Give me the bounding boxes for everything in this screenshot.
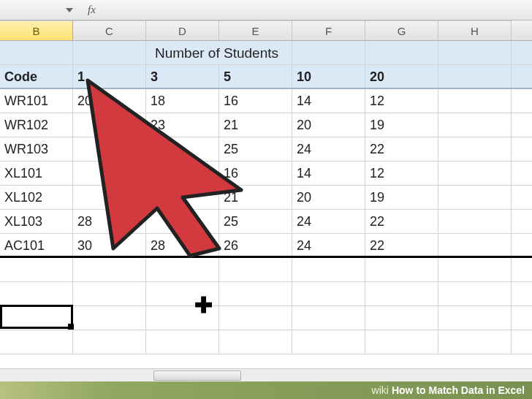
fx-label[interactable]: fx — [88, 4, 96, 16]
col-header-h[interactable]: H — [438, 20, 512, 40]
cell[interactable] — [365, 282, 438, 305]
cell[interactable]: 20 — [292, 186, 365, 209]
cell[interactable] — [0, 306, 73, 330]
cell[interactable] — [0, 258, 73, 281]
cell-code[interactable]: XL101 — [0, 162, 73, 185]
cell[interactable] — [365, 330, 438, 354]
cell[interactable] — [146, 210, 219, 233]
name-box-dropdown[interactable] — [66, 8, 73, 12]
cell[interactable]: 22 — [365, 210, 438, 233]
header-20[interactable]: 20 — [365, 65, 438, 88]
cell[interactable] — [292, 41, 365, 64]
scroll-thumb[interactable] — [153, 370, 241, 381]
cell[interactable]: 22 — [365, 234, 438, 256]
cell[interactable] — [438, 65, 512, 88]
header-code[interactable]: Code — [0, 65, 73, 88]
cell[interactable] — [146, 330, 219, 354]
cell[interactable]: 26 — [219, 234, 292, 256]
cell-code[interactable]: WR102 — [0, 113, 73, 137]
cell[interactable] — [219, 306, 292, 330]
cell[interactable]: 20 — [73, 89, 146, 113]
cell[interactable]: 19 — [365, 113, 438, 137]
col-header-g[interactable]: G — [365, 20, 438, 40]
cell[interactable] — [219, 330, 292, 354]
cell[interactable] — [438, 306, 512, 330]
cell[interactable] — [73, 162, 146, 185]
cell-code[interactable]: AC101 — [0, 234, 73, 256]
cell[interactable] — [438, 186, 512, 209]
header-5[interactable]: 5 — [219, 65, 292, 88]
cell[interactable] — [73, 330, 146, 354]
cell-code[interactable]: WR103 — [0, 137, 73, 161]
cell[interactable] — [73, 282, 146, 305]
cell[interactable]: 22 — [365, 137, 438, 161]
cell[interactable] — [73, 41, 146, 64]
cell[interactable] — [219, 282, 292, 305]
header-1[interactable]: 1 — [73, 65, 146, 88]
cell[interactable] — [438, 330, 512, 354]
cell[interactable] — [73, 113, 146, 137]
cell[interactable]: 23 — [146, 113, 219, 137]
cell[interactable]: 16 — [219, 162, 292, 185]
cell[interactable]: 19 — [365, 186, 438, 209]
cell[interactable] — [146, 186, 219, 209]
cell-code[interactable]: XL102 — [0, 186, 73, 209]
cell[interactable] — [73, 258, 146, 281]
cell-code[interactable]: XL103 — [0, 210, 73, 233]
cell[interactable] — [365, 41, 438, 64]
cell[interactable]: 21 — [219, 186, 292, 209]
cell[interactable]: 12 — [365, 89, 438, 113]
horizontal-scrollbar[interactable] — [0, 368, 532, 381]
cell[interactable] — [438, 210, 512, 233]
cell[interactable] — [0, 41, 73, 64]
cell[interactable]: 20 — [292, 113, 365, 137]
cell[interactable]: 21 — [219, 113, 292, 137]
cell[interactable] — [73, 137, 146, 161]
cell[interactable]: 24 — [292, 210, 365, 233]
cell[interactable]: 30 — [73, 234, 146, 256]
cell[interactable] — [146, 258, 219, 281]
cell[interactable] — [146, 282, 219, 305]
cell[interactable] — [438, 113, 512, 137]
cell[interactable] — [438, 41, 512, 64]
cell[interactable] — [0, 330, 73, 354]
col-header-f[interactable]: F — [292, 20, 365, 40]
cell-code[interactable]: WR101 — [0, 89, 73, 113]
cell[interactable] — [146, 306, 219, 330]
cell[interactable]: 18 — [146, 89, 219, 113]
cell[interactable] — [0, 282, 73, 305]
header-3[interactable]: 3 — [146, 65, 219, 88]
cell[interactable] — [73, 186, 146, 209]
cell[interactable] — [438, 89, 512, 113]
cell[interactable] — [146, 137, 219, 161]
cell[interactable] — [438, 258, 512, 281]
table-title[interactable]: Number of Students — [146, 41, 292, 64]
cell[interactable] — [365, 306, 438, 330]
cell[interactable]: 14 — [292, 89, 365, 113]
cell[interactable] — [438, 234, 512, 256]
col-header-d[interactable]: D — [146, 20, 219, 40]
cell[interactable]: 24 — [292, 234, 365, 256]
cell[interactable] — [292, 258, 365, 281]
col-header-b[interactable]: B — [0, 20, 73, 40]
cell[interactable]: 25 — [219, 137, 292, 161]
cell[interactable]: 12 — [365, 162, 438, 185]
cell[interactable]: 24 — [292, 137, 365, 161]
cell[interactable] — [438, 282, 512, 305]
cell[interactable] — [292, 282, 365, 305]
cell[interactable]: 25 — [219, 210, 292, 233]
cell[interactable]: 14 — [292, 162, 365, 185]
cell[interactable]: 28 — [73, 210, 146, 233]
cell[interactable] — [438, 137, 512, 161]
col-header-c[interactable]: C — [73, 20, 146, 40]
header-10[interactable]: 10 — [292, 65, 365, 88]
cell[interactable] — [146, 162, 219, 185]
col-header-e[interactable]: E — [219, 20, 292, 40]
cell[interactable] — [73, 306, 146, 330]
cell[interactable] — [292, 330, 365, 354]
cell[interactable]: 28 — [146, 234, 219, 256]
cell[interactable] — [292, 306, 365, 330]
cell[interactable]: 16 — [219, 89, 292, 113]
cell[interactable] — [365, 258, 438, 281]
cell[interactable] — [438, 162, 512, 185]
